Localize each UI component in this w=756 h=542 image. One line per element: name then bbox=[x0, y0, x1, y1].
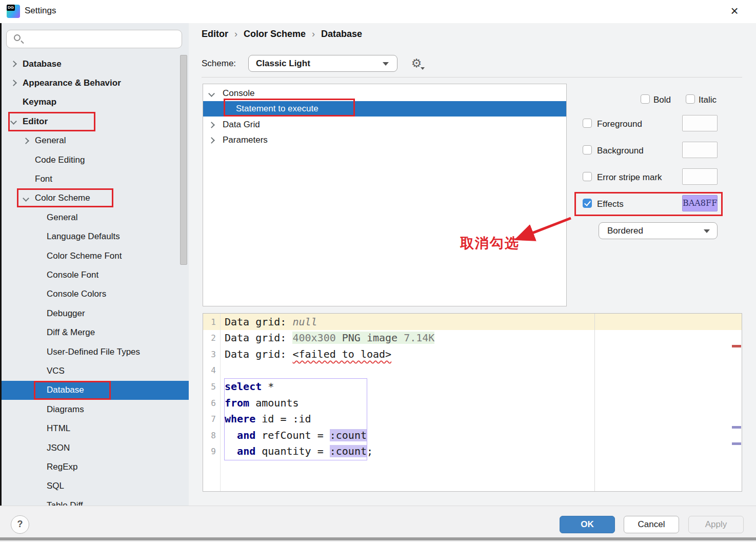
sidebar-item-regexp[interactable]: RegExp bbox=[0, 457, 189, 476]
foreground-checkbox[interactable] bbox=[583, 119, 592, 128]
code-text: where id = :id bbox=[220, 412, 311, 426]
scheme-dropdown-value: Classic Light bbox=[256, 59, 310, 69]
sidebar-item-label: User-Defined File Types bbox=[47, 347, 140, 357]
option-item-statement-to-execute[interactable]: Statement to execute bbox=[203, 101, 566, 117]
line-number: 1 bbox=[203, 317, 220, 327]
sidebar-item-json[interactable]: JSON bbox=[0, 438, 189, 457]
sidebar-item-label: Language Defaults bbox=[47, 231, 120, 242]
sidebar-item-label: Table Diff bbox=[47, 500, 83, 506]
sidebar-item-sql[interactable]: SQL bbox=[0, 477, 189, 496]
sidebar-item-user-defined-file-types[interactable]: User-Defined File Types bbox=[0, 342, 189, 361]
error-stripe-checkbox[interactable] bbox=[583, 172, 592, 181]
option-item-console[interactable]: Console bbox=[203, 86, 566, 101]
effects-label: Effects bbox=[597, 199, 624, 209]
sidebar-item-label: RegExp bbox=[47, 462, 77, 472]
background-color-swatch[interactable] bbox=[682, 142, 718, 158]
sidebar-item-label: Editor bbox=[23, 117, 48, 127]
gear-icon[interactable]: ⚙ bbox=[407, 54, 426, 72]
help-button[interactable]: ? bbox=[11, 515, 29, 534]
option-item-label: Statement to execute bbox=[236, 104, 319, 114]
error-stripe-mark[interactable] bbox=[732, 345, 741, 347]
main-panel: Editor›Color Scheme›Database Scheme: Cla… bbox=[189, 23, 756, 506]
window-title: Settings bbox=[25, 6, 56, 16]
sidebar-item-color-scheme-font[interactable]: Color Scheme Font bbox=[0, 246, 189, 265]
sidebar-item-general[interactable]: General bbox=[0, 131, 189, 150]
sidebar-item-console-font[interactable]: Console Font bbox=[0, 265, 189, 284]
breadcrumb-item-editor[interactable]: Editor bbox=[202, 29, 228, 39]
preview-line-1: 1Data grid: null bbox=[203, 314, 742, 330]
chevron-right-icon[interactable] bbox=[10, 61, 17, 67]
sidebar-item-font[interactable]: Font bbox=[0, 169, 189, 188]
error-stripe-mark[interactable] bbox=[732, 426, 741, 429]
bold-checkbox[interactable] bbox=[641, 94, 650, 104]
chevron-down-icon bbox=[704, 229, 710, 233]
line-number: 8 bbox=[203, 431, 220, 440]
datagrip-logo-badge: DG bbox=[7, 5, 15, 11]
option-item-label: Console bbox=[223, 88, 254, 99]
code-text: Data grid: 400x300 PNG image 7.14K bbox=[220, 331, 434, 345]
breadcrumb-separator-icon: › bbox=[228, 29, 244, 39]
sidebar-item-color-scheme[interactable]: Color Scheme bbox=[0, 189, 189, 208]
sidebar-item-html[interactable]: HTML bbox=[0, 419, 189, 438]
sidebar-item-language-defaults[interactable]: Language Defaults bbox=[0, 227, 189, 246]
line-number: 6 bbox=[203, 398, 220, 408]
sidebar-item-vcs[interactable]: VCS bbox=[0, 361, 189, 380]
sidebar-item-table-diff[interactable]: Table Diff bbox=[0, 496, 189, 506]
sidebar-item-label: Database bbox=[23, 59, 62, 69]
scheme-dropdown[interactable]: Classic Light bbox=[248, 55, 397, 72]
chevron-down-icon[interactable] bbox=[10, 118, 17, 125]
effects-color-swatch[interactable]: BAA8FF bbox=[682, 195, 718, 211]
sidebar-item-code-editing[interactable]: Code Editing bbox=[0, 150, 189, 169]
chevron-right-icon[interactable] bbox=[208, 122, 215, 128]
background-checkbox[interactable] bbox=[583, 145, 592, 154]
option-item-data-grid[interactable]: Data Grid bbox=[203, 117, 566, 132]
code-text: from amounts bbox=[220, 396, 299, 410]
sidebar-item-keymap[interactable]: Keymap bbox=[0, 93, 189, 112]
chevron-right-icon[interactable] bbox=[10, 80, 17, 87]
sidebar-item-label: General bbox=[47, 212, 77, 223]
code-text: Data grid: <failed to load> bbox=[220, 347, 391, 361]
option-item-parameters[interactable]: Parameters bbox=[203, 132, 566, 148]
preview-editor[interactable]: 1Data grid: null2Data grid: 400x300 PNG … bbox=[203, 313, 742, 492]
effects-checkbox[interactable] bbox=[583, 199, 592, 208]
error-stripe-label: Error stripe mark bbox=[597, 172, 662, 183]
chevron-down-icon[interactable] bbox=[208, 90, 215, 97]
preview-line-5: 5select * bbox=[203, 378, 742, 395]
sidebar-item-editor[interactable]: Editor bbox=[0, 112, 189, 131]
error-stripe-color-swatch[interactable] bbox=[682, 168, 718, 185]
sidebar-item-label: HTML bbox=[47, 423, 70, 434]
apply-button[interactable]: Apply bbox=[688, 516, 744, 533]
foreground-color-swatch[interactable] bbox=[682, 115, 718, 131]
chevron-right-icon[interactable] bbox=[208, 137, 215, 144]
foreground-label: Foreground bbox=[597, 119, 642, 129]
chevron-right-icon[interactable] bbox=[23, 138, 29, 144]
ok-button[interactable]: OK bbox=[560, 516, 615, 533]
settings-sidebar: DatabaseAppearance & BehaviorKeymapEdito… bbox=[0, 23, 189, 506]
sidebar-item-appearance-behavior[interactable]: Appearance & Behavior bbox=[0, 73, 189, 92]
chevron-down-icon[interactable] bbox=[23, 195, 29, 202]
sidebar-item-diff-merge[interactable]: Diff & Merge bbox=[0, 323, 189, 342]
italic-checkbox[interactable] bbox=[686, 94, 695, 104]
breadcrumb-separator-icon: › bbox=[306, 29, 321, 39]
header-separator bbox=[202, 77, 742, 78]
chevron-down-icon bbox=[383, 62, 389, 66]
background-label: Background bbox=[597, 146, 644, 156]
breadcrumb-item-color-scheme[interactable]: Color Scheme bbox=[244, 29, 306, 39]
italic-label: Italic bbox=[699, 95, 717, 105]
breadcrumb-item-database[interactable]: Database bbox=[321, 29, 362, 39]
code-text: select * bbox=[220, 380, 274, 394]
sidebar-item-diagrams[interactable]: Diagrams bbox=[0, 400, 189, 419]
sidebar-scrollbar[interactable] bbox=[180, 55, 187, 265]
settings-tree: DatabaseAppearance & BehaviorKeymapEdito… bbox=[0, 23, 189, 506]
preview-line-6: 6from amounts bbox=[203, 395, 742, 411]
sidebar-item-console-colors[interactable]: Console Colors bbox=[0, 285, 189, 304]
sidebar-item-database[interactable]: Database bbox=[0, 54, 189, 73]
sidebar-item-label: Console Font bbox=[47, 270, 98, 280]
sidebar-item-debugger[interactable]: Debugger bbox=[0, 304, 189, 323]
cancel-button[interactable]: Cancel bbox=[624, 516, 679, 533]
sidebar-item-general[interactable]: General bbox=[0, 208, 189, 227]
close-icon[interactable]: × bbox=[725, 3, 744, 20]
sidebar-item-database[interactable]: Database bbox=[0, 381, 189, 400]
effect-type-dropdown[interactable]: Bordered bbox=[599, 222, 718, 239]
error-stripe-mark[interactable] bbox=[732, 442, 741, 445]
